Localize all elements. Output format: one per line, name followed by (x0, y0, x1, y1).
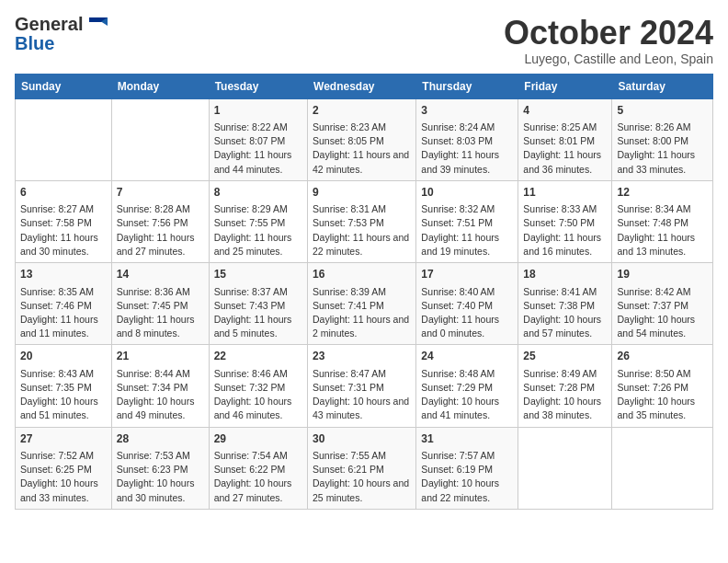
day-number: 24 (421, 349, 513, 364)
day-number: 5 (617, 103, 708, 119)
day-info: Sunrise: 8:34 AMSunset: 7:48 PMDaylight:… (617, 202, 708, 259)
calendar-cell: 25Sunrise: 8:49 AMSunset: 7:28 PMDayligh… (518, 345, 612, 427)
day-info: Sunrise: 8:32 AMSunset: 7:51 PMDaylight:… (421, 202, 513, 259)
day-number: 21 (117, 349, 204, 364)
day-number: 30 (313, 431, 411, 447)
title-block: October 2024 Luyego, Castille and Leon, … (504, 15, 713, 66)
day-info: Sunrise: 8:33 AMSunset: 7:50 PMDaylight:… (523, 202, 607, 259)
day-info: Sunrise: 8:36 AMSunset: 7:45 PMDaylight:… (117, 285, 204, 341)
day-number: 31 (421, 431, 513, 447)
day-number: 16 (313, 267, 411, 282)
calendar-cell: 5Sunrise: 8:26 AMSunset: 8:00 PMDaylight… (612, 98, 713, 180)
calendar-cell: 28Sunrise: 7:53 AMSunset: 6:23 PMDayligh… (111, 427, 209, 509)
calendar-cell: 12Sunrise: 8:34 AMSunset: 7:48 PMDayligh… (612, 180, 713, 262)
day-number: 28 (117, 431, 204, 447)
calendar-cell: 23Sunrise: 8:47 AMSunset: 7:31 PMDayligh… (308, 345, 416, 427)
day-info: Sunrise: 8:23 AMSunset: 8:05 PMDaylight:… (313, 121, 411, 177)
col-thursday: Thursday (416, 74, 518, 98)
calendar-cell: 15Sunrise: 8:37 AMSunset: 7:43 PMDayligh… (209, 263, 307, 345)
day-info: Sunrise: 7:55 AMSunset: 6:21 PMDaylight:… (313, 449, 411, 505)
calendar-cell: 1Sunrise: 8:22 AMSunset: 8:07 PMDaylight… (209, 98, 307, 180)
calendar-cell: 26Sunrise: 8:50 AMSunset: 7:26 PMDayligh… (612, 345, 713, 427)
day-number: 25 (523, 349, 607, 364)
calendar-cell: 6Sunrise: 8:27 AMSunset: 7:58 PMDaylight… (16, 180, 112, 262)
calendar-cell: 2Sunrise: 8:23 AMSunset: 8:05 PMDaylight… (308, 98, 416, 180)
day-info: Sunrise: 8:39 AMSunset: 7:41 PMDaylight:… (313, 285, 411, 341)
calendar-cell (612, 427, 713, 509)
day-number: 17 (421, 267, 513, 282)
logo-general-text: General (15, 14, 83, 34)
day-info: Sunrise: 7:54 AMSunset: 6:22 PMDaylight:… (214, 449, 302, 505)
calendar-cell: 27Sunrise: 7:52 AMSunset: 6:25 PMDayligh… (16, 427, 112, 509)
day-info: Sunrise: 8:37 AMSunset: 7:43 PMDaylight:… (214, 285, 302, 341)
day-info: Sunrise: 8:46 AMSunset: 7:32 PMDaylight:… (214, 367, 302, 423)
calendar-cell: 19Sunrise: 8:42 AMSunset: 7:37 PMDayligh… (612, 263, 713, 345)
calendar-cell: 3Sunrise: 8:24 AMSunset: 8:03 PMDaylight… (416, 98, 518, 180)
day-info: Sunrise: 8:48 AMSunset: 7:29 PMDaylight:… (421, 367, 513, 423)
calendar-cell: 17Sunrise: 8:40 AMSunset: 7:40 PMDayligh… (416, 263, 518, 345)
month-title: October 2024 (504, 15, 713, 52)
calendar-cell: 8Sunrise: 8:29 AMSunset: 7:55 PMDaylight… (209, 180, 307, 262)
day-info: Sunrise: 7:57 AMSunset: 6:19 PMDaylight:… (421, 449, 513, 505)
calendar-table: Sunday Monday Tuesday Wednesday Thursday… (15, 74, 713, 510)
day-number: 12 (617, 185, 708, 201)
col-tuesday: Tuesday (209, 74, 307, 98)
calendar-cell: 16Sunrise: 8:39 AMSunset: 7:41 PMDayligh… (308, 263, 416, 345)
header-row: Sunday Monday Tuesday Wednesday Thursday… (16, 74, 713, 98)
day-info: Sunrise: 8:22 AMSunset: 8:07 PMDaylight:… (214, 121, 302, 177)
calendar-cell (111, 98, 209, 180)
calendar-week-2: 6Sunrise: 8:27 AMSunset: 7:58 PMDaylight… (16, 180, 713, 262)
day-number: 4 (523, 103, 607, 119)
calendar-cell: 9Sunrise: 8:31 AMSunset: 7:53 PMDaylight… (308, 180, 416, 262)
day-number: 10 (421, 185, 513, 201)
calendar-cell: 29Sunrise: 7:54 AMSunset: 6:22 PMDayligh… (209, 427, 307, 509)
col-saturday: Saturday (612, 74, 713, 98)
day-number: 3 (421, 103, 513, 119)
day-number: 2 (313, 103, 411, 119)
day-number: 13 (20, 267, 107, 282)
location-subtitle: Luyego, Castille and Leon, Spain (504, 52, 713, 66)
col-wednesday: Wednesday (308, 74, 416, 98)
calendar-cell: 11Sunrise: 8:33 AMSunset: 7:50 PMDayligh… (518, 180, 612, 262)
day-info: Sunrise: 8:43 AMSunset: 7:35 PMDaylight:… (20, 367, 107, 423)
day-number: 18 (523, 267, 607, 282)
logo-blue-text: Blue (15, 34, 54, 52)
day-info: Sunrise: 8:50 AMSunset: 7:26 PMDaylight:… (617, 367, 708, 423)
col-sunday: Sunday (16, 74, 112, 98)
calendar-cell (16, 98, 112, 180)
day-number: 7 (117, 185, 204, 201)
calendar-week-1: 1Sunrise: 8:22 AMSunset: 8:07 PMDaylight… (16, 98, 713, 180)
calendar-week-4: 20Sunrise: 8:43 AMSunset: 7:35 PMDayligh… (16, 345, 713, 427)
calendar-cell: 4Sunrise: 8:25 AMSunset: 8:01 PMDaylight… (518, 98, 612, 180)
day-info: Sunrise: 8:28 AMSunset: 7:56 PMDaylight:… (117, 202, 204, 259)
day-number: 29 (214, 431, 302, 447)
calendar-week-3: 13Sunrise: 8:35 AMSunset: 7:46 PMDayligh… (16, 263, 713, 345)
day-number: 20 (20, 349, 107, 364)
calendar-cell: 14Sunrise: 8:36 AMSunset: 7:45 PMDayligh… (111, 263, 209, 345)
col-friday: Friday (518, 74, 612, 98)
day-number: 15 (214, 267, 302, 282)
calendar-cell (518, 427, 612, 509)
day-number: 26 (617, 349, 708, 364)
day-info: Sunrise: 8:42 AMSunset: 7:37 PMDaylight:… (617, 285, 708, 341)
day-number: 14 (117, 267, 204, 282)
calendar-cell: 31Sunrise: 7:57 AMSunset: 6:19 PMDayligh… (416, 427, 518, 509)
day-number: 27 (20, 431, 107, 447)
day-info: Sunrise: 8:41 AMSunset: 7:38 PMDaylight:… (523, 285, 607, 341)
calendar-cell: 13Sunrise: 8:35 AMSunset: 7:46 PMDayligh… (16, 263, 112, 345)
col-monday: Monday (111, 74, 209, 98)
day-info: Sunrise: 8:35 AMSunset: 7:46 PMDaylight:… (20, 285, 107, 341)
calendar-cell: 21Sunrise: 8:44 AMSunset: 7:34 PMDayligh… (111, 345, 209, 427)
day-info: Sunrise: 7:53 AMSunset: 6:23 PMDaylight:… (117, 449, 204, 505)
day-info: Sunrise: 8:24 AMSunset: 8:03 PMDaylight:… (421, 121, 513, 177)
day-number: 19 (617, 267, 708, 282)
day-info: Sunrise: 8:31 AMSunset: 7:53 PMDaylight:… (313, 202, 411, 259)
calendar-cell: 20Sunrise: 8:43 AMSunset: 7:35 PMDayligh… (16, 345, 112, 427)
calendar-cell: 10Sunrise: 8:32 AMSunset: 7:51 PMDayligh… (416, 180, 518, 262)
day-info: Sunrise: 8:40 AMSunset: 7:40 PMDaylight:… (421, 285, 513, 341)
day-info: Sunrise: 8:26 AMSunset: 8:00 PMDaylight:… (617, 121, 708, 177)
calendar-cell: 30Sunrise: 7:55 AMSunset: 6:21 PMDayligh… (308, 427, 416, 509)
logo: General Blue (15, 15, 108, 52)
day-info: Sunrise: 8:49 AMSunset: 7:28 PMDaylight:… (523, 367, 607, 423)
day-number: 8 (214, 185, 302, 201)
